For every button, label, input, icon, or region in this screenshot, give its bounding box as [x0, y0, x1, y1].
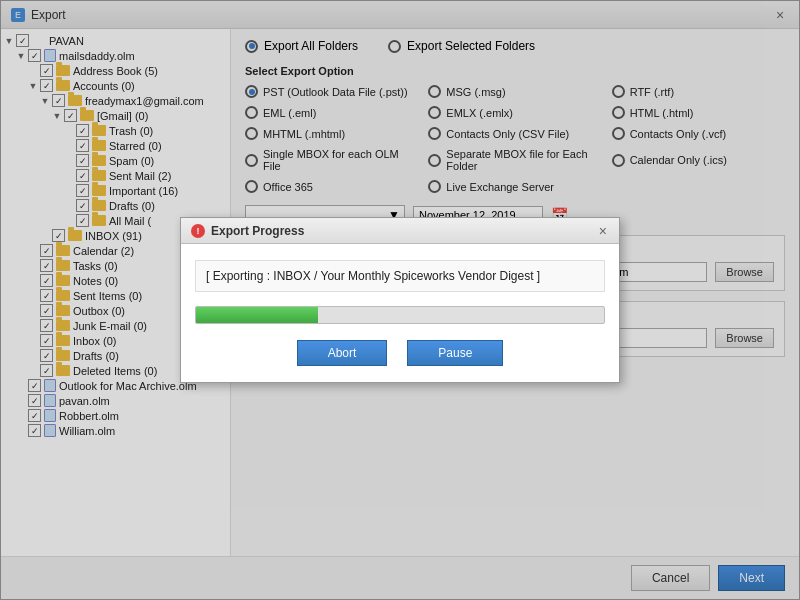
modal-title: Export Progress — [211, 224, 304, 238]
modal-icon: ! — [191, 224, 205, 238]
modal-overlay: ! Export Progress × [ Exporting : INBOX … — [0, 0, 800, 600]
progress-bar-background — [195, 306, 605, 324]
progress-bar-fill — [196, 307, 318, 323]
modal-buttons: Abort Pause — [195, 340, 605, 366]
modal-close-button[interactable]: × — [597, 223, 609, 239]
export-message: [ Exporting : INBOX / Your Monthly Spice… — [195, 260, 605, 292]
modal-title-bar: ! Export Progress × — [181, 218, 619, 244]
modal-title-left: ! Export Progress — [191, 224, 304, 238]
pause-button[interactable]: Pause — [407, 340, 503, 366]
abort-button[interactable]: Abort — [297, 340, 388, 366]
modal-content: [ Exporting : INBOX / Your Monthly Spice… — [181, 244, 619, 382]
export-progress-modal: ! Export Progress × [ Exporting : INBOX … — [180, 217, 620, 383]
